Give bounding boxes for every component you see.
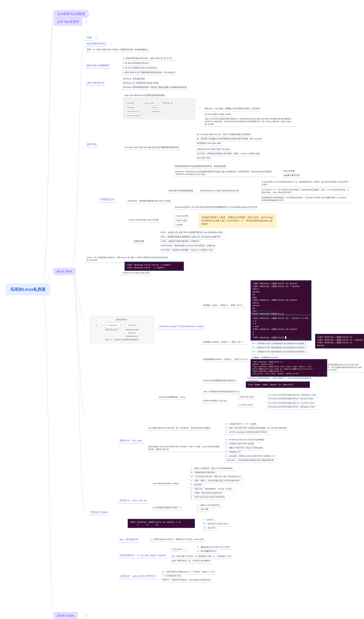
leaf: grep [选项] [--color=auto] '搜寻字符串' filenam… — [147, 444, 222, 452]
topic-pipe[interactable]: 管道命令 (pipe) — [89, 510, 109, 515]
topic-sort[interactable]: 排序命令：sort, uniq, wc — [118, 498, 149, 504]
leaf: paste: 将两行贴在一起，且中间以 [tab] 键隔开 — [170, 559, 212, 563]
leaf: cmd ; 不考虑命令相关性的连续命令下达 — [202, 389, 241, 394]
topic-cut-grep[interactable]: 撷取命令：cut, grep — [118, 438, 144, 444]
flow-node: /etc/profile — [125, 101, 136, 105]
leaf: cut [选项] [分隔字符] [字符区间]：将一行信息当中，取出某部分我们想要… — [147, 426, 212, 431]
leaf: ~/.bash_login — [173, 218, 189, 223]
topic-tee[interactable]: tee：双向重导向 — [118, 537, 140, 543]
topic-type[interactable]: type [选项] [命令名] — [85, 41, 107, 46]
leaf: i. cmd1 && cmd2 — [237, 394, 256, 399]
leaf: /etc/sysconfig/i18n: 决定 bash 默认使用何种语系的重要… — [173, 205, 259, 210]
expander-icon[interactable]: + — [147, 49, 150, 52]
terminal-devnull: find /home -name .bashrc 2> /dev/null — [246, 381, 310, 388]
terminal-wc: tl@tl-desktop:~/桌面/test$ cat mytest | wc… — [128, 519, 195, 528]
leaf: join：处理【两个文件当中，有 "相同数据" 的那一行，才将他加在一起】 — [170, 554, 233, 559]
leaf: $?(命令回传值) 与 && 或 || — [202, 398, 229, 403]
chevron-right-icon: → — [157, 102, 159, 104]
leaf: /etc/profile：系统整体的配置(login shell 才会读) — [126, 198, 172, 204]
leaf: 环境就称为 non-login shell — [195, 141, 222, 146]
flow-node: /etc/inputrc — [125, 106, 136, 109]
flow-node: /etc/bashrc — [150, 110, 162, 113]
flow-node: /etc/sysconfig/i18n — [125, 114, 142, 117]
expander-icon[interactable]: + — [110, 43, 113, 45]
leaf: 如果需要帮所有使用者配置一些共享的命令别名时，可以在这个目录底下自行创建扩展名为… — [260, 196, 351, 203]
leaf: /etc/profile.d/*.sh: 这是个目录内的众多文件 — [199, 188, 241, 193]
chevron-right-icon: → — [122, 324, 124, 326]
leaf: -m ：多少字符； — [202, 526, 219, 531]
chevron-right-icon: → — [138, 102, 140, 104]
leaf: -k ：以那个区间 (field) 来进行排序的意思 — [189, 495, 227, 500]
leaf: 配置的变量 — [132, 239, 146, 244]
topic-trans[interactable]: 字符转换命令：tr, col, join, paste, expand — [118, 553, 167, 558]
topic-env[interactable]: 操作环境 — [85, 142, 98, 147]
terminal-source: tl@tl-desktop:/etc$ source ~/.bashrc tl@… — [124, 262, 184, 271]
leaf: --color=auto ：可以将找到的关键词部分加上颜色的显示喔！ — [224, 458, 277, 463]
topic-var: 变量：以一组文字或符号等, 来取代一些配置或者是一串保留的数据 — [85, 47, 149, 52]
diagram-node-cmd: Command — [105, 322, 120, 328]
topic-path-order[interactable]: 路径与命令搜索顺序 — [85, 63, 111, 69]
terminal-stdout: tl@tl-desktop:~/桌面/test$ ls tl@tl-deskto… — [315, 334, 364, 349]
leaf: ~/.profile — [173, 223, 184, 227]
leaf: 要由 tty1 ~ tty6 登陆，需要输入用户的账号与密码，此时取得 — [203, 106, 261, 111]
leaf-stderr: 标准错误输出(stderr)：代码为 2 ，使用 2> 或 2>> ； — [202, 357, 253, 362]
topic-functions[interactable]: 功能 — [85, 35, 93, 41]
leaf-stdin: 标准输入 (stdin) ：代码为 0 ，使用 < 或 << ； — [202, 303, 246, 308]
leaf: HISTSIZE：历史命令记录笔数。CentOS 5.x 配置为 1000； — [159, 248, 216, 253]
diagram-caption: 图 5.1.1、命令执行过程的数据传输情况 — [93, 338, 151, 341]
topic-nonlogin: non-login shell: 取得 bash 接口的方法不需要重复登陆的举动 — [123, 145, 181, 150]
leaf: ii. cmd1 || cmd2 — [237, 403, 254, 407]
flow-node: ~/.bashrc — [149, 106, 159, 109]
expander-icon[interactable]: + — [85, 615, 88, 617]
leaf: non-login shell — [195, 156, 212, 160]
section-file-perm[interactable]: 文件权限与目录配置 — [54, 10, 89, 18]
diagram-label: Standard output — [125, 329, 139, 331]
flow-node: 调用对象 bash — [161, 101, 175, 105]
stream-diagram: 数据流重导向 file → Command → file/device Stan… — [90, 316, 154, 343]
topic-env-cfg-file[interactable]: 环境配置文件 — [98, 197, 116, 202]
leaf: 在 CentOS 5.x 中，这个目录底下的文件规范了 bash 操作接口的颜色… — [260, 187, 351, 195]
leaf: /etc/motd: 使用者登陆后取得一些信息, 例如您想要让大家都知道的信息 — [121, 85, 188, 90]
expander-icon[interactable]: + — [85, 13, 88, 15]
diagram-title: 数据流重导向 — [93, 318, 151, 321]
flow-node: /etc/profile.d/*.sh — [125, 110, 141, 113]
topic-judge: 命令运行的判断依据: ; , && || — [158, 395, 187, 400]
topic-login-shell: login shell: 取得 bash 时需要完整登陆流程的 — [123, 93, 166, 98]
section-file-mgmt[interactable]: 文件与目录管理 — [54, 18, 82, 26]
leaf: [tab]要不要有声音 — [282, 173, 301, 178]
expander-icon[interactable]: + — [199, 107, 201, 110]
note-yellow: 这是属于使用者个人配置，你要改自己的数据，就写入这里。bash 的 login … — [199, 214, 276, 228]
leaf: 在 /etc/profile.d/ 这个目录内且扩展名为 .sh；使用者能够具有… — [260, 180, 351, 187]
leaf: ii. 若 cmd1 运行完毕且为错误 ($?≠0)，则 cmd2 不运行。 — [266, 396, 317, 401]
topic-split[interactable]: 分割命令：split [-bl] file PREFIX — [118, 574, 157, 579]
leaf: ~/.bash_profile — [173, 214, 190, 218]
leaf: -s ：取代掉重复的字符！ — [195, 549, 219, 554]
leaf: /etc/inputrc: /etc/profile 会主动的判断使用者有没有自… — [173, 169, 277, 177]
expander-icon[interactable]: + — [95, 37, 98, 39]
section-bash[interactable]: Bash Shell — [54, 268, 75, 275]
leaf: 错误信息都会放到 list_error 这个文件中，至于正确的信息则会存放到 l… — [326, 363, 364, 373]
topic-std-out-err[interactable]: standard output 与 standard error output — [158, 324, 206, 329]
diagram-label: Standard input — [105, 329, 117, 331]
leaf: 的 bash 就称为【login shell】 — [203, 112, 233, 117]
leaf: 4. 通过 $PATH 这个变量的顺序搜寻到的第一个命令来运行 — [121, 70, 177, 75]
leaf-stdout: 标准输出 (stdout)：代码为 1 ，使用 > 或 >> ； — [202, 340, 247, 345]
leaf: -c ：进行计数 — [195, 507, 210, 512]
leaf: 如果你想要保有所有使用者配置整体环境，那就是改这里 — [173, 164, 228, 169]
leaf: tr [-ds] SET1 ... — [170, 547, 187, 552]
flow-node: ~/.bash_profile — [141, 101, 156, 105]
leaf: -a ：以累加 (append) 的方式，将数据加入 file 当中（ tee … — [148, 537, 207, 542]
topic-welcome[interactable]: 进站与欢迎信息 — [85, 80, 106, 86]
section-shell-scripts[interactable]: Shell Scripts — [54, 612, 78, 619]
leaf: 2>>：以累加的方法将【错误的数据】输出到指定的文件或装置上； — [250, 350, 310, 354]
diagram-node-filedev2: file/device — [125, 331, 139, 335]
leaf-devnull: /dev/null 垃圾桶黑洞装置与特殊写法； — [202, 378, 240, 383]
leaf: ~/.bashrc (non-login shell 会读) — [120, 270, 151, 275]
terminal-stderr: tl@tl-desktop:~/桌面/test$ ls mytest mytes… — [250, 359, 327, 377]
leaf: login shell 其实只会读取这两个配置文件: /etc/profile … — [203, 117, 295, 127]
expander-icon[interactable]: + — [85, 20, 88, 23]
leaf: -c ：以字符 (characters) 的单位取出固定字符区间； — [224, 430, 270, 435]
leaf: PREFIX ：代表前导符的意思，可作为分割文件的前导文字。 — [161, 578, 215, 583]
root-title: 鸟哥的Linux私房菜 — [6, 284, 50, 295]
leaf: 2. 由 alias 找到该命令来运行； — [121, 61, 152, 66]
